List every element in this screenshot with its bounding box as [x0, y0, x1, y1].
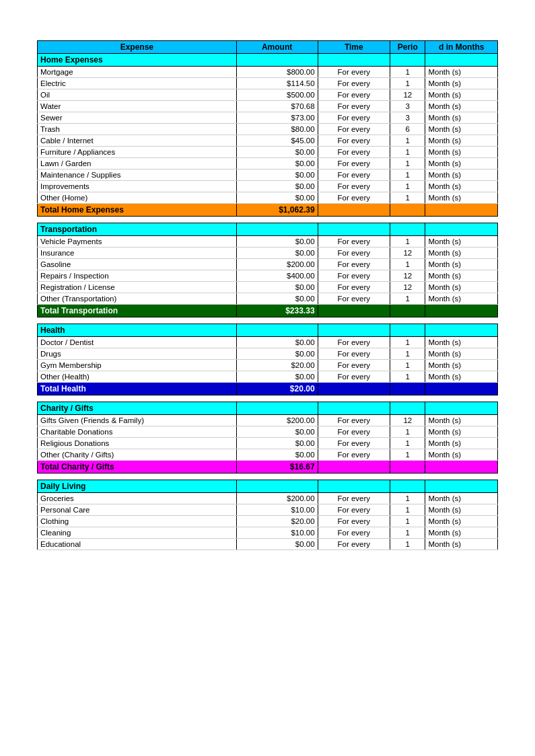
expense-amount: $73.00 [236, 112, 318, 124]
section-title-daily: Daily Living [38, 480, 237, 493]
section-title-health: Health [38, 324, 237, 337]
expense-amount: $200.00 [236, 493, 318, 504]
table-row: Maintenance / Supplies $0.00 For every 1… [38, 169, 498, 181]
expense-period-num: 1 [390, 293, 425, 305]
expense-label: Electric [38, 78, 237, 89]
expense-time: For every [318, 236, 390, 248]
expense-time: For every [318, 169, 390, 181]
expense-amount: $20.00 [236, 360, 318, 371]
expense-amount: $800.00 [236, 67, 318, 78]
expense-label: Vehicle Payments [38, 236, 237, 248]
expense-period-num: 1 [390, 181, 425, 192]
expense-period-unit: Month (s) [425, 516, 498, 527]
section-title-transportation: Transportation [38, 223, 237, 236]
expense-time: For every [318, 360, 390, 371]
expense-time: For every [318, 282, 390, 293]
table-row: Groceries $200.00 For every 1 Month (s) [38, 493, 498, 504]
table-row: Other (Charity / Gifts) $0.00 For every … [38, 449, 498, 461]
section-header-amount-daily [236, 480, 318, 493]
expense-period-num: 1 [390, 516, 425, 527]
expense-time: For every [318, 415, 390, 426]
expense-time: For every [318, 158, 390, 169]
expense-time: For every [318, 89, 390, 101]
table-row: Sewer $73.00 For every 3 Month (s) [38, 112, 498, 124]
expense-label: Gym Membership [38, 360, 237, 371]
table-row: Other (Transportation) $0.00 For every 1… [38, 293, 498, 305]
section-header-amount-home [236, 54, 318, 67]
table-row: Drugs $0.00 For every 1 Month (s) [38, 348, 498, 360]
expense-label: Groceries [38, 493, 237, 504]
expense-amount: $0.00 [236, 449, 318, 461]
expense-label: Repairs / Inspection [38, 270, 237, 282]
section-header-amount-health [236, 324, 318, 337]
expense-period-num: 1 [390, 371, 425, 383]
expense-period-num: 1 [390, 449, 425, 461]
expense-period-unit: Month (s) [425, 282, 498, 293]
table-row: Doctor / Dentist $0.00 For every 1 Month… [38, 337, 498, 348]
table-row: Cable / Internet $45.00 For every 1 Mont… [38, 135, 498, 147]
expense-period-unit: Month (s) [425, 101, 498, 112]
table-row: Religious Donations $0.00 For every 1 Mo… [38, 438, 498, 449]
expense-period-num: 1 [390, 192, 425, 204]
expense-time: For every [318, 259, 390, 270]
expense-period-num: 1 [390, 337, 425, 348]
expense-period-num: 1 [390, 348, 425, 360]
total-amount-home: $1,062.39 [236, 204, 318, 217]
header-amount: Amount [236, 41, 318, 54]
expense-label: Water [38, 101, 237, 112]
total-label-transportation: Total Transportation [38, 305, 237, 317]
expense-period-num: 12 [390, 270, 425, 282]
expense-label: Charitable Donations [38, 426, 237, 438]
expense-period-num: 1 [390, 539, 425, 550]
expense-period-unit: Month (s) [425, 449, 498, 461]
expense-period-num: 1 [390, 259, 425, 270]
expense-time: For every [318, 293, 390, 305]
expense-period-num: 1 [390, 67, 425, 78]
expense-period-unit: Month (s) [425, 504, 498, 516]
table-row: Oil $500.00 For every 12 Month (s) [38, 89, 498, 101]
total-label-health: Total Health [38, 383, 237, 395]
total-amount-transportation: $233.33 [236, 305, 318, 317]
table-row: Insurance $0.00 For every 12 Month (s) [38, 248, 498, 259]
expense-amount: $0.00 [236, 236, 318, 248]
expense-period-num: 3 [390, 112, 425, 124]
total-row-health: Total Health $20.00 [38, 383, 498, 395]
table-row: Clothing $20.00 For every 1 Month (s) [38, 516, 498, 527]
expense-time: For every [318, 124, 390, 135]
expense-period-num: 1 [390, 236, 425, 248]
expense-amount: $500.00 [236, 89, 318, 101]
expense-period-unit: Month (s) [425, 415, 498, 426]
expense-amount: $0.00 [236, 371, 318, 383]
section-header-amount-transportation [236, 223, 318, 236]
expense-amount: $0.00 [236, 438, 318, 449]
expense-label: Gasoline [38, 259, 237, 270]
table-row: Charitable Donations $0.00 For every 1 M… [38, 426, 498, 438]
expense-amount: $114.50 [236, 78, 318, 89]
expense-amount: $0.00 [236, 337, 318, 348]
expense-label: Insurance [38, 248, 237, 259]
expense-period-unit: Month (s) [425, 112, 498, 124]
table-row: Furniture / Appliances $0.00 For every 1… [38, 147, 498, 158]
expense-period-num: 1 [390, 135, 425, 147]
expense-period-unit: Month (s) [425, 192, 498, 204]
expense-period-unit: Month (s) [425, 337, 498, 348]
expense-period-num: 1 [390, 158, 425, 169]
table-row: Registration / License $0.00 For every 1… [38, 282, 498, 293]
section-title-home: Home Expenses [38, 54, 237, 67]
expense-time: For every [318, 67, 390, 78]
total-amount-health: $20.00 [236, 383, 318, 395]
expense-time: For every [318, 337, 390, 348]
expense-time: For every [318, 539, 390, 550]
expense-period-unit: Month (s) [425, 293, 498, 305]
table-row: Water $70.68 For every 3 Month (s) [38, 101, 498, 112]
expense-period-num: 1 [390, 438, 425, 449]
expense-time: For every [318, 527, 390, 539]
expense-amount: $0.00 [236, 192, 318, 204]
expense-time: For every [318, 516, 390, 527]
expense-period-unit: Month (s) [425, 236, 498, 248]
table-row: Other (Home) $0.00 For every 1 Month (s) [38, 192, 498, 204]
expense-time: For every [318, 504, 390, 516]
section-header-transportation: Transportation [38, 223, 498, 236]
expense-period-num: 1 [390, 504, 425, 516]
expense-period-unit: Month (s) [425, 438, 498, 449]
